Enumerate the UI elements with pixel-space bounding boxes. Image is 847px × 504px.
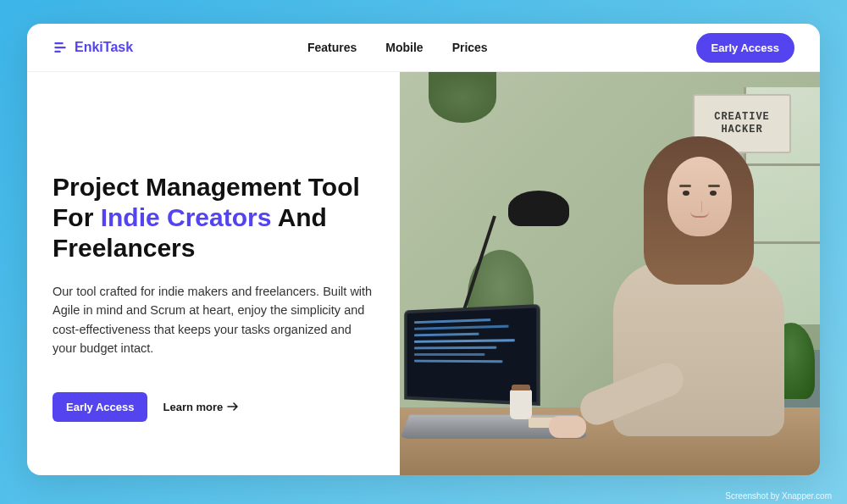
hero-title-highlight: Indie Creators (101, 203, 272, 231)
hero-image-container: CREATIVE HACKER (400, 72, 820, 475)
cta-row: Early Access Learn more (53, 392, 381, 422)
hero-content: Project Management Tool For Indie Creato… (27, 72, 400, 475)
learn-more-label: Learn more (163, 401, 223, 413)
svg-rect-2 (54, 51, 61, 53)
brand[interactable]: EnkiTask (53, 40, 133, 55)
coffee-cup (510, 390, 532, 419)
nav-link-features[interactable]: Features (307, 41, 357, 54)
primary-nav: Features Mobile Prices (307, 41, 488, 54)
hero-section: Project Management Tool For Indie Creato… (27, 72, 820, 475)
nav-link-prices[interactable]: Prices (452, 41, 488, 54)
learn-more-link[interactable]: Learn more (163, 401, 239, 413)
svg-rect-0 (54, 42, 64, 44)
illustration-person (601, 125, 796, 438)
app-window: EnkiTask Features Mobile Prices Early Ac… (27, 24, 820, 475)
header-early-access-button[interactable]: Early Access (696, 33, 794, 63)
arrow-right-icon (227, 401, 239, 413)
brand-logo-icon (53, 40, 68, 55)
nav-link-mobile[interactable]: Mobile (385, 41, 423, 54)
hero-image: CREATIVE HACKER (400, 72, 820, 475)
screenshot-watermark: Screenshot by Xnapper.com (725, 491, 832, 501)
code-lines (407, 307, 536, 376)
header: EnkiTask Features Mobile Prices Early Ac… (27, 24, 820, 72)
hero-early-access-button[interactable]: Early Access (53, 392, 147, 422)
hanging-plant (429, 72, 496, 123)
svg-rect-1 (54, 47, 66, 48)
lamp-head (508, 191, 569, 226)
brand-name: EnkiTask (75, 40, 133, 55)
hero-title: Project Management Tool For Indie Creato… (53, 172, 381, 263)
hero-description: Our tool crafted for indie makers and fr… (53, 282, 374, 358)
